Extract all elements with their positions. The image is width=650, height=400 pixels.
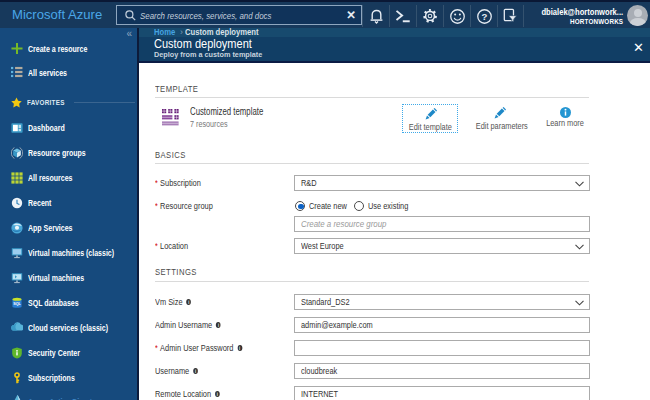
svg-text:?: ? — [481, 10, 487, 21]
svg-text:SQL: SQL — [13, 302, 21, 306]
